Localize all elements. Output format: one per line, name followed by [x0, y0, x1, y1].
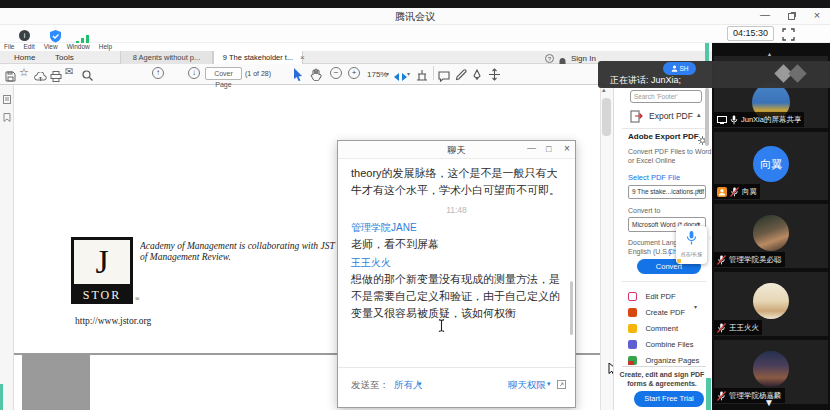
panel-search-input[interactable]: Search 'Footer' — [630, 90, 702, 103]
page-name-field[interactable]: Cover Page — [205, 67, 242, 80]
host-badge-icon — [717, 187, 727, 197]
send-tool-icon[interactable] — [488, 67, 501, 85]
zoom-in-button[interactable]: + — [348, 67, 360, 79]
share-border-left — [0, 384, 3, 410]
meeting-toolbar — [0, 25, 830, 43]
page-gap-block — [22, 355, 90, 410]
adobe-export-title: Adobe Export PDF — [628, 132, 699, 141]
fit-width-icon[interactable] — [394, 68, 407, 86]
logo-diamond-icon — [788, 64, 806, 82]
participant-tile-wangwang[interactable]: 王王火火 — [714, 272, 828, 336]
chat-permission-select[interactable]: 聊天权限 — [508, 379, 546, 392]
meeting-info-icon[interactable]: i — [19, 30, 30, 41]
participant-label: 向翼 — [714, 184, 760, 199]
window-minimize-button[interactable]: — — [757, 9, 773, 20]
convert-desc-line2: or Excel Online — [628, 157, 675, 164]
menu-edit[interactable]: Edit — [23, 43, 34, 50]
page-display-icon[interactable] — [416, 67, 428, 85]
sign-in-link[interactable]: Sign In — [571, 54, 596, 63]
zoom-caret-icon[interactable]: ▾ — [386, 70, 389, 77]
participant-tile-xiangyi[interactable]: 向翼 向翼 — [714, 132, 828, 200]
menu-view[interactable]: View — [44, 43, 58, 50]
send-to-label: 发送至： — [351, 379, 389, 392]
menu-file[interactable]: File — [4, 43, 14, 50]
tab-tools[interactable]: Tools — [55, 51, 74, 64]
collapse-chevron-icon[interactable]: › — [708, 232, 711, 243]
pencil-tool-icon[interactable] — [455, 67, 467, 85]
mic-warning-dot — [677, 259, 681, 263]
scrollbar-thumb[interactable] — [602, 98, 611, 136]
chat-permission-caret-icon[interactable]: ▾ — [547, 380, 551, 388]
cloud-upload-icon[interactable] — [34, 68, 47, 86]
chat-scrollbar-thumb[interactable] — [570, 281, 573, 335]
tab-doc-stakeholder[interactable]: 9 The stakeholder t... — [213, 51, 303, 64]
chat-sender-jane[interactable]: 管理学院JANE — [351, 221, 417, 235]
language-value: English (U.S.) — [628, 248, 671, 255]
jstor-stor-band: STOR — [71, 287, 133, 304]
bookmarks-icon[interactable] — [3, 108, 11, 126]
tab-doc-agents[interactable]: 8 Agents without p... — [120, 51, 213, 64]
fit-caret-icon[interactable]: ▾ — [407, 70, 410, 77]
tab-close-icon[interactable]: × — [300, 51, 305, 64]
save-icon[interactable] — [5, 68, 16, 86]
previous-page-button[interactable]: ↑ — [152, 67, 164, 79]
mic-muted-icon — [717, 391, 726, 401]
avatar — [753, 283, 789, 319]
panel-scrollbar-thumb[interactable] — [705, 88, 709, 146]
tab-home[interactable]: Home — [14, 51, 35, 64]
acrobat-menubar: FileEditViewWindowHelp — [0, 43, 712, 51]
participant-label: 管理学院杨嘉麟 — [714, 388, 785, 403]
comment-tool-icon[interactable] — [438, 68, 450, 86]
left-rail — [0, 85, 14, 410]
zoom-level-value[interactable]: 175% — [367, 70, 387, 79]
send-target-caret-icon[interactable]: ▾ — [418, 380, 422, 388]
scroll-participants-down-icon[interactable]: ▼ — [764, 397, 774, 408]
chat-close-button[interactable]: × — [564, 143, 570, 154]
export-pdf-icon[interactable] — [630, 109, 643, 127]
participant-tile-yangjialin[interactable]: 管理学院杨嘉麟 — [714, 340, 828, 404]
menu-window[interactable]: Window — [67, 43, 90, 50]
participant-tile-wubicong[interactable]: 管理学院吴必聪 — [714, 204, 828, 268]
zoom-out-button[interactable]: − — [330, 67, 342, 79]
sign-tool-icon[interactable] — [471, 67, 483, 85]
create-pdf-caret-icon[interactable]: ▾ — [694, 303, 697, 310]
convert-desc-line1: Convert PDF Files to Word — [628, 148, 712, 155]
speaking-text: 正在讲话: JunXia; — [610, 74, 681, 87]
edit-pdf-icon — [628, 292, 637, 301]
toolbar-separator — [433, 66, 434, 80]
share-border-right-top — [705, 43, 709, 62]
mic-hint-text: 点击/长按 — [676, 251, 707, 257]
window-close-button[interactable]: × — [809, 9, 825, 21]
email-icon[interactable]: ✉ — [65, 66, 73, 77]
chat-minimize-button[interactable]: — — [527, 143, 536, 153]
hand-tool-icon[interactable] — [310, 67, 322, 85]
menu-help[interactable]: Help — [99, 43, 112, 50]
chat-message-1: theory的发展脉络，这个是不是一般只有大牛才有这个水平，学术小白可望而不可即… — [351, 165, 567, 199]
select-pdf-file-link[interactable]: Select PDF File — [628, 173, 680, 182]
clear-file-icon[interactable]: × — [697, 187, 701, 194]
meeting-timer: 04:15:30 — [727, 26, 774, 41]
chat-message-3: 想做的那个新变量没有现成的测量方法，是不是需要自己定义和验证，由于自己定义的变量… — [351, 271, 567, 322]
chat-timestamp: 11:48 — [338, 205, 575, 215]
promo-line2: forms & agreements. — [616, 380, 708, 387]
pdf-collab-line2: of Management Review. — [140, 252, 231, 262]
selected-file-field[interactable]: 9 The stake...ications.pdf — [628, 185, 706, 199]
page-thumbnails-icon[interactable] — [3, 90, 11, 108]
start-free-trial-button[interactable]: Start Free Trial — [634, 391, 704, 407]
print-icon[interactable] — [50, 68, 62, 86]
select-tool-icon[interactable] — [293, 67, 303, 85]
combine-files-icon — [628, 340, 637, 349]
unmute-mic-icon — [686, 230, 697, 246]
export-pdf-label[interactable]: Export PDF — [649, 111, 693, 121]
window-restore-button[interactable] — [783, 11, 799, 22]
popout-icon[interactable] — [557, 380, 566, 389]
chat-maximize-button[interactable]: □ — [546, 144, 551, 154]
star-icon[interactable]: ☆ — [19, 66, 29, 79]
next-page-button[interactable]: ↓ — [188, 67, 200, 79]
export-collapse-caret[interactable]: ▴ — [697, 111, 701, 119]
chat-sender-wangwang[interactable]: 王王火火 — [351, 256, 391, 270]
help-icon[interactable]: ? — [545, 54, 554, 63]
mic-on-icon — [730, 115, 738, 125]
find-icon[interactable] — [82, 67, 93, 85]
share-button[interactable]: SH — [663, 62, 696, 75]
